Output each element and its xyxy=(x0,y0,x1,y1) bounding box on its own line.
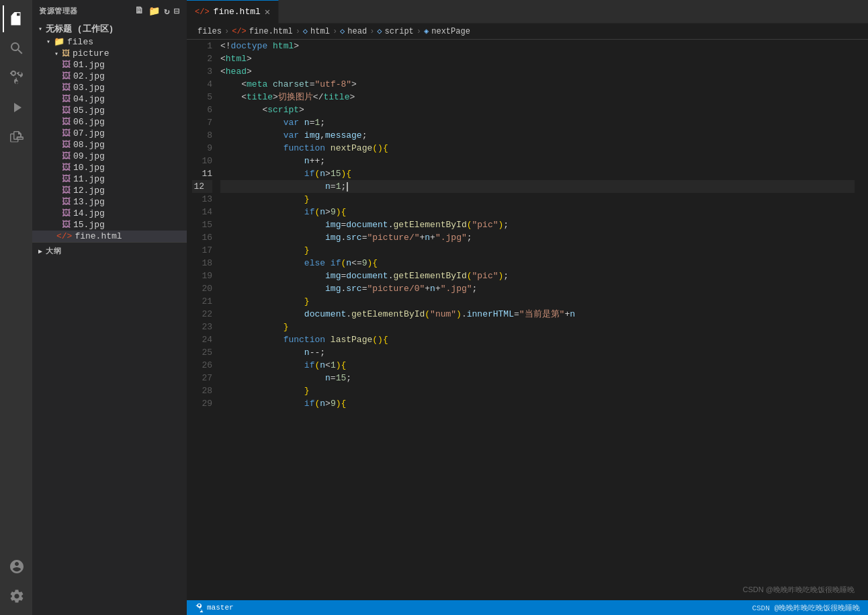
code-line-26: if(n<1){ xyxy=(220,359,855,372)
breadcrumb-finehtml[interactable]: fine.html xyxy=(249,27,293,36)
file-08jpg-label: 08.jpg xyxy=(73,140,105,150)
breadcrumb-func-icon: ◈ xyxy=(424,26,429,36)
file-11jpg-label: 11.jpg xyxy=(73,174,105,184)
file-06jpg[interactable]: 🖼 06.jpg xyxy=(32,116,187,128)
tab-close-button[interactable]: ✕ xyxy=(265,6,270,17)
new-file-button[interactable]: 🗎 xyxy=(134,5,144,17)
activity-bar xyxy=(0,0,32,615)
breadcrumb-nextpage[interactable]: nextPage xyxy=(431,27,470,36)
code-line-15: img=document.getElementById("pic"); xyxy=(220,218,855,231)
code-line-7: var n=1; xyxy=(220,116,855,129)
file-04jpg[interactable]: 🖼 04.jpg xyxy=(32,93,187,105)
code-line-17: } xyxy=(220,244,855,257)
activity-extensions[interactable] xyxy=(3,124,30,151)
file-15jpg[interactable]: 🖼 15.jpg xyxy=(32,219,187,231)
activity-source-control[interactable] xyxy=(3,65,30,91)
code-line-9: function nextPage(){ xyxy=(220,142,855,155)
breadcrumb-head[interactable]: head xyxy=(347,27,367,36)
breadcrumb-head-icon: ◇ xyxy=(340,26,345,36)
tree-picture[interactable]: ▾ 🖼 picture xyxy=(32,48,187,59)
code-line-8: var img,message; xyxy=(220,129,855,142)
file-02jpg-label: 02.jpg xyxy=(73,71,105,81)
tab-html-icon: </> xyxy=(195,7,210,17)
file-09jpg[interactable]: 🖼 09.jpg xyxy=(32,151,187,162)
file-07jpg-label: 07.jpg xyxy=(73,128,105,138)
code-line-18: else if(n<=9){ xyxy=(220,257,855,270)
breadcrumb-html-tag-icon: ◇ xyxy=(303,26,308,36)
file-finehtml-label: fine.html xyxy=(75,231,122,241)
files-label: files xyxy=(67,37,93,47)
code-line-14: if(n>9){ xyxy=(220,206,855,218)
tree-files[interactable]: ▾ 📁 files xyxy=(32,36,187,48)
sidebar-header-actions: 🗎 📁 ↻ ⊟ xyxy=(134,5,180,17)
activity-account[interactable] xyxy=(3,553,30,580)
activity-settings[interactable] xyxy=(3,583,30,610)
file-05jpg[interactable]: 🖼 05.jpg xyxy=(32,105,187,116)
code-editor[interactable]: 1 2 3 4 5 6 7 8 9 10 11 12 13 14 15 16 1… xyxy=(187,40,868,600)
code-line-21: } xyxy=(220,295,855,308)
refresh-button[interactable]: ↻ xyxy=(164,5,170,17)
file-07jpg[interactable]: 🖼 07.jpg xyxy=(32,128,187,139)
svg-rect-0 xyxy=(13,17,20,19)
file-11jpg[interactable]: 🖼 11.jpg xyxy=(32,173,187,185)
code-line-11: if(n>15){ xyxy=(220,167,855,180)
activity-search[interactable] xyxy=(3,35,30,62)
file-01jpg[interactable]: 🖼 01.jpg xyxy=(32,59,187,71)
breadcrumb: files › </> fine.html › ◇ html › ◇ head … xyxy=(187,24,868,40)
file-14jpg[interactable]: 🖼 14.jpg xyxy=(32,208,187,219)
svg-rect-1 xyxy=(13,19,20,21)
sidebar-title: 资源管理器 xyxy=(39,6,78,16)
status-branch[interactable]: master xyxy=(195,603,234,612)
code-line-27: n=15; xyxy=(220,372,855,384)
tab-finehtml[interactable]: </> fine.html ✕ xyxy=(187,0,279,24)
code-line-3: <head> xyxy=(220,65,855,78)
file-14jpg-label: 14.jpg xyxy=(73,208,105,218)
file-13jpg[interactable]: 🖼 13.jpg xyxy=(32,196,187,208)
new-folder-button[interactable]: 📁 xyxy=(148,5,161,17)
code-content: <!doctype html> <html> <head> <meta char… xyxy=(220,40,868,600)
code-line-19: img=document.getElementById("pic"); xyxy=(220,270,855,282)
outline-label: 大纲 xyxy=(46,246,61,256)
code-line-12: n=1; xyxy=(220,180,855,193)
file-03jpg[interactable]: 🖼 03.jpg xyxy=(32,82,187,93)
code-line-22: document.getElementById("num").innerHTML… xyxy=(220,308,855,321)
file-10jpg-label: 10.jpg xyxy=(73,163,105,173)
file-03jpg-label: 03.jpg xyxy=(73,83,105,93)
code-line-29: if(n>9){ xyxy=(220,397,855,410)
code-line-25: n--; xyxy=(220,346,855,359)
code-line-5: <title>切换图片</title> xyxy=(220,91,855,104)
file-05jpg-label: 05.jpg xyxy=(73,106,105,116)
picture-label: picture xyxy=(73,48,110,58)
tab-bar: </> fine.html ✕ xyxy=(187,0,868,24)
breadcrumb-script-icon: ◇ xyxy=(377,26,382,36)
code-line-13: } xyxy=(220,193,855,206)
breadcrumb-script[interactable]: script xyxy=(385,27,414,36)
sidebar: 资源管理器 🗎 📁 ↻ ⊟ ▾ 无标题 (工作区) ▾ 📁 files ▾ 🖼 … xyxy=(32,0,187,615)
file-09jpg-label: 09.jpg xyxy=(73,151,105,161)
sidebar-content: ▾ 无标题 (工作区) ▾ 📁 files ▾ 🖼 picture 🖼 01.j… xyxy=(32,22,187,615)
tab-finehtml-label: fine.html xyxy=(214,7,261,17)
editor-area: </> fine.html ✕ files › </> fine.html › … xyxy=(187,0,868,615)
breadcrumb-files[interactable]: files xyxy=(198,27,222,36)
workspace-item[interactable]: ▾ 无标题 (工作区) xyxy=(32,22,187,36)
code-line-6: <script> xyxy=(220,104,855,116)
outline-section[interactable]: ▶ 大纲 xyxy=(32,245,187,257)
file-12jpg-label: 12.jpg xyxy=(73,186,105,196)
workspace-label: 无标题 (工作区) xyxy=(46,23,114,35)
line-numbers: 1 2 3 4 5 6 7 8 9 10 11 12 13 14 15 16 1… xyxy=(187,40,220,600)
file-10jpg[interactable]: 🖼 10.jpg xyxy=(32,162,187,173)
code-line-4: <meta charset="utf-8"> xyxy=(220,78,855,91)
file-02jpg[interactable]: 🖼 02.jpg xyxy=(32,71,187,82)
code-line-28: } xyxy=(220,384,855,397)
file-01jpg-label: 01.jpg xyxy=(73,60,105,70)
file-04jpg-label: 04.jpg xyxy=(73,94,105,104)
code-line-16: img.src="picture/"+n+".jpg"; xyxy=(220,231,855,244)
breadcrumb-html[interactable]: html xyxy=(310,27,330,36)
collapse-button[interactable]: ⊟ xyxy=(174,5,180,17)
file-12jpg[interactable]: 🖼 12.jpg xyxy=(32,185,187,196)
file-08jpg[interactable]: 🖼 08.jpg xyxy=(32,139,187,151)
file-13jpg-label: 13.jpg xyxy=(73,197,105,207)
activity-run[interactable] xyxy=(3,94,30,121)
activity-explorer[interactable] xyxy=(3,5,30,32)
file-finehtml[interactable]: </> fine.html xyxy=(32,231,187,242)
